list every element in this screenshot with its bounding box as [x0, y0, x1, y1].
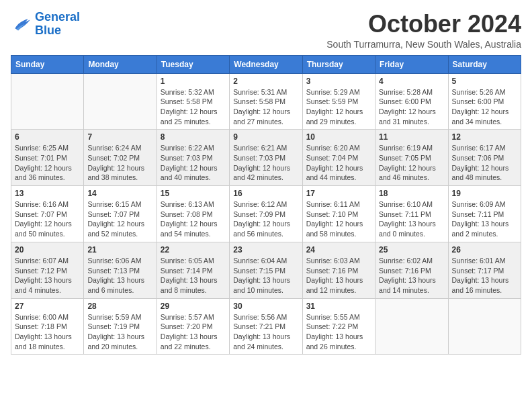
- day-info: Sunrise: 6:07 AM Sunset: 7:12 PM Dayligh…: [15, 256, 80, 295]
- day-number: 2: [233, 77, 298, 86]
- subtitle: South Turramurra, New South Wales, Austr…: [326, 39, 521, 50]
- day-number: 8: [161, 132, 226, 142]
- day-number: 21: [87, 245, 152, 255]
- day-number: 24: [306, 245, 371, 255]
- day-number: 23: [233, 245, 298, 255]
- calendar-cell: 8Sunrise: 6:22 AM Sunset: 7:03 PM Daylig…: [157, 130, 229, 186]
- day-number: 11: [379, 132, 444, 142]
- day-info: Sunrise: 6:16 AM Sunset: 7:07 PM Dayligh…: [15, 199, 80, 239]
- day-info: Sunrise: 6:04 AM Sunset: 7:15 PM Dayligh…: [233, 256, 298, 295]
- day-info: Sunrise: 6:24 AM Sunset: 7:02 PM Dayligh…: [87, 143, 152, 183]
- day-info: Sunrise: 6:21 AM Sunset: 7:03 PM Dayligh…: [233, 143, 298, 183]
- day-info: Sunrise: 6:03 AM Sunset: 7:16 PM Dayligh…: [306, 256, 371, 295]
- day-number: 3: [306, 77, 371, 86]
- logo: General Blue: [11, 11, 80, 38]
- calendar-cell: 3Sunrise: 5:29 AM Sunset: 5:59 PM Daylig…: [302, 73, 375, 130]
- day-number: 18: [379, 189, 444, 198]
- day-info: Sunrise: 6:10 AM Sunset: 7:11 PM Dayligh…: [379, 199, 444, 239]
- day-info: Sunrise: 6:13 AM Sunset: 7:08 PM Dayligh…: [161, 199, 226, 239]
- day-number: 5: [452, 77, 517, 86]
- page-header: General Blue October 2024 South Turramur…: [11, 11, 521, 50]
- day-number: 30: [233, 302, 298, 311]
- day-number: 14: [87, 189, 152, 198]
- day-number: 20: [15, 245, 80, 255]
- day-info: Sunrise: 6:15 AM Sunset: 7:07 PM Dayligh…: [87, 199, 152, 239]
- column-header-friday: Friday: [375, 55, 448, 73]
- column-header-wednesday: Wednesday: [230, 55, 302, 73]
- calendar-week-row: 6Sunrise: 6:25 AM Sunset: 7:01 PM Daylig…: [11, 130, 521, 186]
- day-info: Sunrise: 6:05 AM Sunset: 7:14 PM Dayligh…: [161, 256, 226, 295]
- calendar-cell: 28Sunrise: 5:59 AM Sunset: 7:19 PM Dayli…: [84, 298, 157, 355]
- day-info: Sunrise: 6:19 AM Sunset: 7:05 PM Dayligh…: [379, 143, 444, 183]
- calendar-table: SundayMondayTuesdayWednesdayThursdayFrid…: [11, 55, 521, 355]
- calendar-cell: 2Sunrise: 5:31 AM Sunset: 5:58 PM Daylig…: [230, 73, 302, 130]
- calendar-cell: 12Sunrise: 6:17 AM Sunset: 7:06 PM Dayli…: [448, 130, 521, 186]
- day-number: 27: [15, 302, 80, 311]
- calendar-cell: 19Sunrise: 6:09 AM Sunset: 7:11 PM Dayli…: [448, 186, 521, 242]
- day-info: Sunrise: 5:26 AM Sunset: 6:00 PM Dayligh…: [452, 87, 517, 127]
- day-info: Sunrise: 5:59 AM Sunset: 7:19 PM Dayligh…: [87, 312, 152, 352]
- calendar-cell: 1Sunrise: 5:32 AM Sunset: 5:58 PM Daylig…: [157, 73, 229, 130]
- calendar-week-row: 13Sunrise: 6:16 AM Sunset: 7:07 PM Dayli…: [11, 186, 521, 242]
- day-info: Sunrise: 6:22 AM Sunset: 7:03 PM Dayligh…: [161, 143, 226, 183]
- day-info: Sunrise: 6:20 AM Sunset: 7:04 PM Dayligh…: [306, 143, 371, 183]
- month-title: October 2024: [326, 11, 521, 38]
- day-info: Sunrise: 5:56 AM Sunset: 7:21 PM Dayligh…: [233, 312, 298, 352]
- calendar-cell: 27Sunrise: 6:00 AM Sunset: 7:18 PM Dayli…: [11, 298, 84, 355]
- calendar-cell: 4Sunrise: 5:28 AM Sunset: 6:00 PM Daylig…: [375, 73, 448, 130]
- calendar-cell: 26Sunrise: 6:01 AM Sunset: 7:17 PM Dayli…: [448, 242, 521, 298]
- calendar-cell: 25Sunrise: 6:02 AM Sunset: 7:16 PM Dayli…: [375, 242, 448, 298]
- calendar-cell: 17Sunrise: 6:11 AM Sunset: 7:10 PM Dayli…: [302, 186, 375, 242]
- title-block: October 2024 South Turramurra, New South…: [326, 11, 521, 50]
- calendar-cell: 5Sunrise: 5:26 AM Sunset: 6:00 PM Daylig…: [448, 73, 521, 130]
- day-number: 10: [306, 132, 371, 142]
- day-info: Sunrise: 5:28 AM Sunset: 6:00 PM Dayligh…: [379, 87, 444, 127]
- logo-icon: [11, 13, 32, 35]
- calendar-cell: 24Sunrise: 6:03 AM Sunset: 7:16 PM Dayli…: [302, 242, 375, 298]
- day-info: Sunrise: 6:00 AM Sunset: 7:18 PM Dayligh…: [15, 312, 80, 352]
- column-header-sunday: Sunday: [11, 55, 84, 73]
- day-number: 25: [379, 245, 444, 255]
- calendar-cell: 14Sunrise: 6:15 AM Sunset: 7:07 PM Dayli…: [84, 186, 157, 242]
- calendar-cell: 21Sunrise: 6:06 AM Sunset: 7:13 PM Dayli…: [84, 242, 157, 298]
- calendar-cell: [84, 73, 157, 130]
- day-number: 13: [15, 189, 80, 198]
- day-number: 4: [379, 77, 444, 86]
- calendar-cell: 16Sunrise: 6:12 AM Sunset: 7:09 PM Dayli…: [230, 186, 302, 242]
- calendar-cell: [375, 298, 448, 355]
- calendar-cell: 11Sunrise: 6:19 AM Sunset: 7:05 PM Dayli…: [375, 130, 448, 186]
- day-number: 15: [161, 189, 226, 198]
- day-info: Sunrise: 5:31 AM Sunset: 5:58 PM Dayligh…: [233, 87, 298, 127]
- day-info: Sunrise: 5:29 AM Sunset: 5:59 PM Dayligh…: [306, 87, 371, 127]
- calendar-cell: 31Sunrise: 5:55 AM Sunset: 7:22 PM Dayli…: [302, 298, 375, 355]
- calendar-cell: [11, 73, 84, 130]
- day-number: 19: [452, 189, 517, 198]
- day-info: Sunrise: 5:55 AM Sunset: 7:22 PM Dayligh…: [306, 312, 371, 352]
- day-info: Sunrise: 6:25 AM Sunset: 7:01 PM Dayligh…: [15, 143, 80, 183]
- day-number: 31: [306, 302, 371, 311]
- column-header-tuesday: Tuesday: [157, 55, 229, 73]
- calendar-cell: 18Sunrise: 6:10 AM Sunset: 7:11 PM Dayli…: [375, 186, 448, 242]
- day-info: Sunrise: 6:17 AM Sunset: 7:06 PM Dayligh…: [452, 143, 517, 183]
- calendar-cell: 30Sunrise: 5:56 AM Sunset: 7:21 PM Dayli…: [230, 298, 302, 355]
- column-header-thursday: Thursday: [302, 55, 375, 73]
- day-info: Sunrise: 6:02 AM Sunset: 7:16 PM Dayligh…: [379, 256, 444, 295]
- calendar-header-row: SundayMondayTuesdayWednesdayThursdayFrid…: [11, 55, 521, 73]
- day-number: 1: [161, 77, 226, 86]
- calendar-cell: [448, 298, 521, 355]
- day-info: Sunrise: 5:32 AM Sunset: 5:58 PM Dayligh…: [161, 87, 226, 127]
- calendar-cell: 20Sunrise: 6:07 AM Sunset: 7:12 PM Dayli…: [11, 242, 84, 298]
- calendar-cell: 6Sunrise: 6:25 AM Sunset: 7:01 PM Daylig…: [11, 130, 84, 186]
- calendar-cell: 9Sunrise: 6:21 AM Sunset: 7:03 PM Daylig…: [230, 130, 302, 186]
- day-number: 26: [452, 245, 517, 255]
- day-number: 6: [15, 132, 80, 142]
- day-number: 7: [87, 132, 152, 142]
- calendar-cell: 23Sunrise: 6:04 AM Sunset: 7:15 PM Dayli…: [230, 242, 302, 298]
- day-number: 17: [306, 189, 371, 198]
- column-header-saturday: Saturday: [448, 55, 521, 73]
- logo-text: General Blue: [35, 11, 80, 38]
- day-number: 16: [233, 189, 298, 198]
- day-number: 28: [87, 302, 152, 311]
- day-number: 22: [161, 245, 226, 255]
- day-info: Sunrise: 6:11 AM Sunset: 7:10 PM Dayligh…: [306, 199, 371, 239]
